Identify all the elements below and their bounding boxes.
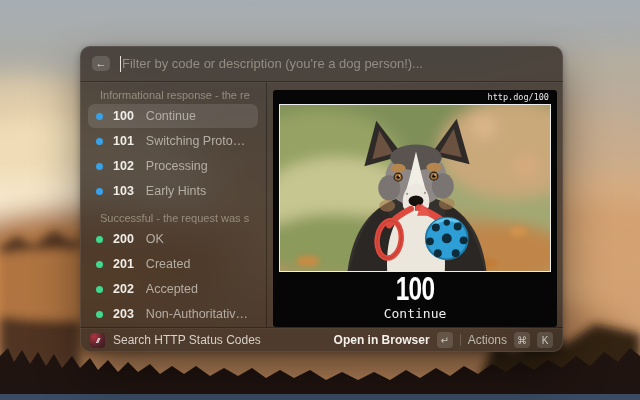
list-item-203[interactable]: 203 Non-Authoritative Informa... — [88, 302, 258, 326]
status-dot-icon — [96, 163, 103, 170]
status-code: 103 — [113, 184, 134, 198]
search-bar: ← — [80, 46, 563, 81]
section-header-informational: Informational response - the request w..… — [100, 89, 250, 101]
actions-button[interactable]: Actions — [468, 333, 507, 347]
status-label: Continue — [146, 109, 196, 123]
footer-actions: Open in Browser ↵ Actions ⌘ K — [334, 332, 553, 348]
status-label: Switching Protocols — [146, 134, 250, 148]
status-code: 203 — [113, 307, 134, 321]
status-code: 101 — [113, 134, 134, 148]
status-dot-icon — [96, 261, 103, 268]
preview-status-code: 100 — [396, 273, 435, 305]
status-dot-icon — [96, 311, 103, 318]
text-caret — [120, 56, 121, 72]
dog-photo — [279, 104, 551, 272]
status-dot-icon — [96, 138, 103, 145]
window-content: Informational response - the request w..… — [80, 82, 563, 327]
list-item-101[interactable]: 101 Switching Protocols — [88, 129, 258, 153]
status-label: Early Hints — [146, 184, 206, 198]
list-item-100[interactable]: 100 Continue — [88, 104, 258, 128]
back-button[interactable]: ← — [92, 56, 110, 71]
status-code: 202 — [113, 282, 134, 296]
status-label: OK — [146, 232, 164, 246]
status-label: Non-Authoritative Informa... — [146, 307, 250, 321]
status-label: Accepted — [146, 282, 198, 296]
extension-icon: // — [90, 333, 105, 348]
back-arrow-icon: ← — [96, 58, 107, 69]
status-dot-icon — [96, 188, 103, 195]
list-item-102[interactable]: 102 Processing — [88, 154, 258, 178]
footer-separator — [460, 334, 461, 346]
cmd-key-badge[interactable]: ⌘ — [514, 332, 530, 348]
status-label: Processing — [146, 159, 208, 173]
preview-status-text: Continue — [384, 306, 447, 321]
status-dot-icon — [96, 236, 103, 243]
list-item-200[interactable]: 200 OK — [88, 227, 258, 251]
slashes-glyph: // — [96, 336, 98, 345]
status-code: 100 — [113, 109, 134, 123]
status-dot-icon — [96, 286, 103, 293]
open-in-browser-button[interactable]: Open in Browser — [334, 333, 430, 347]
status-dot-icon — [96, 113, 103, 120]
list-item-201[interactable]: 201 Created — [88, 252, 258, 276]
command-title: Search HTTP Status Codes — [113, 333, 326, 347]
list-item-202[interactable]: 202 Accepted — [88, 277, 258, 301]
status-code: 102 — [113, 159, 134, 173]
http-dog-preview-panel: http.dog/100 — [273, 90, 557, 327]
preview-source-label: http.dog/100 — [488, 90, 557, 104]
return-key-badge[interactable]: ↵ — [437, 332, 453, 348]
action-bar: // Search HTTP Status Codes Open in Brow… — [80, 328, 563, 352]
status-label: Created — [146, 257, 190, 271]
section-header-successful: Successful - the request was successf... — [100, 212, 250, 224]
status-code-list[interactable]: Informational response - the request w..… — [80, 82, 266, 327]
search-input[interactable] — [122, 56, 551, 71]
launcher-window: ← Informational response - the request w… — [80, 46, 563, 352]
k-key-badge[interactable]: K — [537, 332, 553, 348]
status-code: 200 — [113, 232, 134, 246]
status-code: 201 — [113, 257, 134, 271]
list-item-103[interactable]: 103 Early Hints — [88, 179, 258, 203]
detail-pane: http.dog/100 — [267, 82, 563, 327]
